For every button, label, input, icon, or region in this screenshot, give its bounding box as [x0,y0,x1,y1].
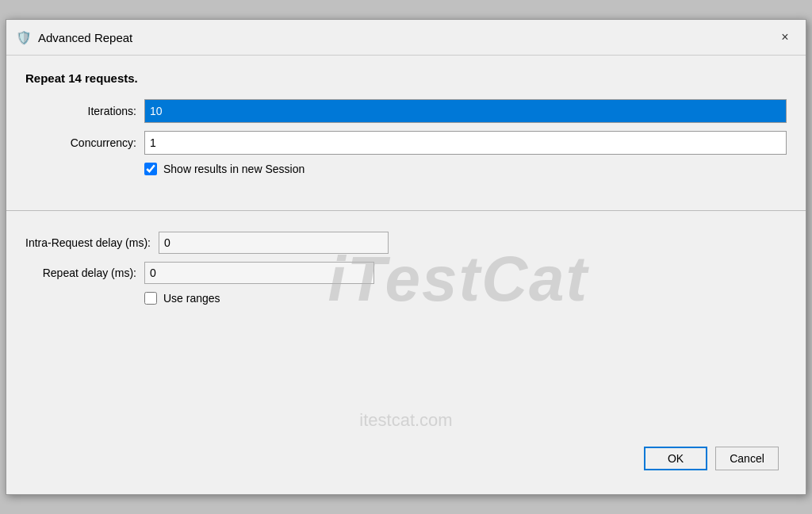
repeat-info: Repeat 14 requests. [25,71,787,85]
show-results-label: Show results in new Session [163,163,304,175]
ok-button[interactable]: OK [644,447,707,470]
cancel-button[interactable]: Cancel [715,447,779,470]
title-bar: 🛡️ Advanced Repeat × [6,20,806,56]
intra-request-label: Intra-Request delay (ms): [25,236,151,249]
dialog-icon: 🛡️ [16,29,32,45]
button-row: OK Cancel [644,431,798,486]
concurrency-input[interactable] [144,131,787,155]
repeat-delay-row: Repeat delay (ms): [25,262,787,284]
intra-request-row: Intra-Request delay (ms): [25,232,787,254]
use-ranges-row: Use ranges [144,292,787,305]
section-divider [6,210,806,211]
show-results-checkbox[interactable] [144,163,157,175]
watermark-small: itestcat.com [359,410,452,431]
repeat-delay-input[interactable] [144,262,374,284]
use-ranges-checkbox[interactable] [144,292,157,305]
iterations-input[interactable] [144,99,787,123]
advanced-repeat-dialog: 🛡️ Advanced Repeat × Repeat 14 requests.… [6,19,806,495]
lower-section: Intra-Request delay (ms): Repeat delay (… [6,224,806,319]
title-bar-left: 🛡️ Advanced Repeat [16,29,132,45]
show-results-row: Show results in new Session [144,163,787,175]
concurrency-label: Concurrency: [25,136,136,149]
close-button[interactable]: × [774,26,796,48]
concurrency-row: Concurrency: [25,131,787,155]
use-ranges-label: Use ranges [163,292,220,305]
repeat-delay-label: Repeat delay (ms): [25,267,136,279]
iterations-label: Iterations: [25,105,136,117]
dialog-body: Repeat 14 requests. Iterations: Concurre… [6,56,806,198]
iterations-row: Iterations: [25,99,787,123]
intra-request-input[interactable] [159,232,389,254]
dialog-title: Advanced Repeat [38,31,132,44]
